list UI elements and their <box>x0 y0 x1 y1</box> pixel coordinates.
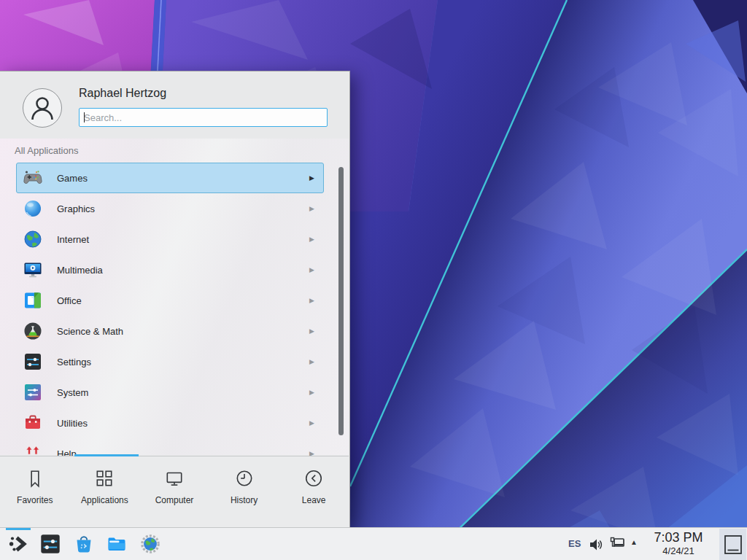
user-avatar[interactable] <box>23 88 62 128</box>
clock-time: 7:03 PM <box>643 530 713 545</box>
gamepad-icon <box>23 168 42 187</box>
submenu-arrow-icon: ▶ <box>309 297 314 304</box>
toolbox-icon <box>23 413 42 432</box>
submenu-arrow-icon: ▶ <box>309 419 314 427</box>
launcher-dolphin[interactable] <box>106 533 128 555</box>
active-tab-indicator <box>74 454 139 456</box>
network-icon[interactable] <box>609 535 627 556</box>
discover-icon <box>73 533 95 555</box>
globe-gear-icon <box>140 534 160 554</box>
sphere-icon <box>23 199 42 218</box>
submenu-arrow-icon: ▶ <box>309 205 314 212</box>
user-name: Raphael Hertzog <box>79 87 166 100</box>
text-cursor <box>84 112 85 122</box>
documents-icon <box>23 291 42 310</box>
app-category-graphics[interactable]: Graphics ▶ <box>16 193 324 224</box>
clock-date: 4/24/21 <box>643 545 713 556</box>
kickoff-tabbar: Favorites Applications C <box>0 459 349 527</box>
leave-icon <box>303 468 324 489</box>
submenu-arrow-icon: ▶ <box>309 358 314 365</box>
monitor-icon <box>164 468 185 489</box>
tab-computer[interactable]: Computer <box>139 459 209 527</box>
keyboard-layout-indicator[interactable]: ES <box>568 538 581 549</box>
app-category-settings[interactable]: Settings ▶ <box>16 346 324 377</box>
submenu-arrow-icon: ▶ <box>309 174 314 182</box>
submenu-arrow-icon: ▶ <box>309 236 314 243</box>
tab-favorites[interactable]: Favorites <box>0 459 70 527</box>
kickoff-icon <box>7 533 29 555</box>
media-monitor-icon <box>23 260 42 279</box>
tab-leave[interactable]: Leave <box>279 459 349 527</box>
launcher-kickoff[interactable] <box>7 533 29 555</box>
launcher-active-indicator <box>6 528 31 530</box>
app-category-science-math[interactable]: Science & Math ▶ <box>16 316 324 346</box>
submenu-arrow-icon: ▶ <box>309 450 314 456</box>
list-scrollbar[interactable] <box>338 167 344 435</box>
search-box <box>79 108 328 127</box>
taskbar-panel: ES ▲ 7:03 PM 4/24/21 <box>0 527 747 560</box>
person-icon <box>23 89 61 127</box>
kickoff-menu: Raphael Hertzog All Applications <box>0 71 350 527</box>
tabbar-separator <box>0 456 349 456</box>
desktop: Raphael Hertzog All Applications <box>0 0 747 560</box>
app-category-help[interactable]: Help ▶ <box>16 438 324 456</box>
app-category-office[interactable]: Office ▶ <box>16 285 324 316</box>
system-sliders-icon <box>23 383 42 402</box>
launcher-system-settings[interactable] <box>39 533 61 555</box>
launcher-konqueror[interactable] <box>140 534 162 556</box>
tab-applications[interactable]: Applications <box>70 459 140 527</box>
sliders-icon <box>23 352 42 371</box>
application-category-list: Games ▶ Graphics ▶ <box>0 163 334 456</box>
bookmark-icon <box>25 468 45 489</box>
app-category-utilities[interactable]: Utilities ▶ <box>16 408 324 438</box>
app-category-games[interactable]: Games ▶ <box>16 163 324 193</box>
show-desktop-widget[interactable] <box>719 529 746 560</box>
system-settings-icon <box>39 533 61 555</box>
section-label: All Applications <box>15 145 78 156</box>
tab-history[interactable]: History <box>209 459 279 527</box>
help-arrows-icon <box>23 444 42 456</box>
flask-icon <box>23 322 42 341</box>
tray-expand-icon[interactable]: ▲ <box>630 538 638 546</box>
search-input[interactable] <box>80 109 327 126</box>
app-category-system[interactable]: System ▶ <box>16 377 324 408</box>
digital-clock[interactable]: 7:03 PM 4/24/21 <box>643 530 713 556</box>
show-desktop-icon <box>723 534 743 556</box>
launcher-discover[interactable] <box>73 533 95 555</box>
app-category-internet[interactable]: Internet ▶ <box>16 224 324 254</box>
grid-icon <box>94 468 115 489</box>
folder-icon <box>106 533 128 555</box>
globe-icon <box>23 230 42 249</box>
submenu-arrow-icon: ▶ <box>309 327 314 335</box>
app-category-multimedia[interactable]: Multimedia ▶ <box>16 254 324 285</box>
clock-icon <box>234 468 255 489</box>
submenu-arrow-icon: ▶ <box>309 266 314 273</box>
submenu-arrow-icon: ▶ <box>309 389 314 396</box>
volume-icon[interactable] <box>588 537 604 556</box>
